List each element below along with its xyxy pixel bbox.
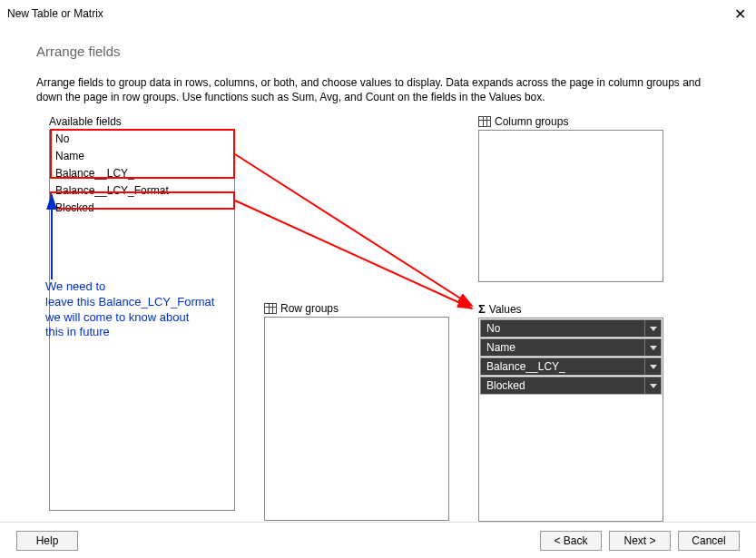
annotation-text: We need to leave this Balance_LCY_Format… [45,279,222,340]
list-item[interactable]: Balance__LCY_Format [50,182,234,200]
list-item[interactable]: Name [50,148,234,165]
svg-line-1 [235,201,472,308]
row-groups-list[interactable] [264,317,449,521]
chevron-down-icon[interactable] [644,339,661,356]
cancel-button[interactable]: Cancel [678,531,740,551]
window-title: New Table or Matrix [7,7,103,20]
value-item[interactable]: Balance__LCY_ [480,357,662,376]
available-fields-label: Available fields [49,115,235,128]
row-groups-label-text: Row groups [280,302,339,315]
list-item[interactable]: Balance__LCY_ [50,165,234,182]
page-subtitle: Arrange fields [0,27,756,59]
work-area: Available fields No Name Balance__LCY_ B… [0,104,756,531]
page-description: Arrange fields to group data in rows, co… [0,59,756,104]
column-groups-label: Column groups [478,115,663,128]
grid-icon [478,116,491,127]
values-panel: Σ Values No Name Balance__LCY_ Blocked [478,302,663,522]
title-bar: New Table or Matrix ✕ [0,0,756,27]
values-label: Σ Values [478,302,663,316]
footer-bar: Help < Back Next > Cancel [0,522,756,558]
close-icon[interactable]: ✕ [731,5,749,23]
chevron-down-icon[interactable] [644,358,661,375]
value-text: Balance__LCY_ [481,360,644,373]
values-list[interactable]: No Name Balance__LCY_ Blocked [478,318,663,522]
value-item[interactable]: Blocked [480,377,662,395]
chevron-down-icon[interactable] [644,377,661,394]
grid-icon [264,303,277,314]
svg-line-0 [235,154,472,306]
sigma-icon: Σ [478,302,486,316]
column-groups-label-text: Column groups [495,115,568,128]
list-item[interactable]: No [50,131,234,148]
value-text: Blocked [481,379,644,392]
row-groups-label: Row groups [264,302,449,315]
value-text: Name [481,341,644,354]
value-text: No [481,322,644,335]
chevron-down-icon[interactable] [644,320,661,337]
row-groups-panel: Row groups [264,302,449,521]
value-item[interactable]: Name [480,338,662,357]
help-button[interactable]: Help [16,531,78,551]
value-item[interactable]: No [480,319,662,338]
column-groups-list[interactable] [478,130,663,282]
values-label-text: Values [489,303,522,316]
list-item[interactable]: Blocked [50,200,234,217]
back-button[interactable]: < Back [540,531,602,551]
column-groups-panel: Column groups [478,115,663,282]
next-button[interactable]: Next > [609,531,671,551]
